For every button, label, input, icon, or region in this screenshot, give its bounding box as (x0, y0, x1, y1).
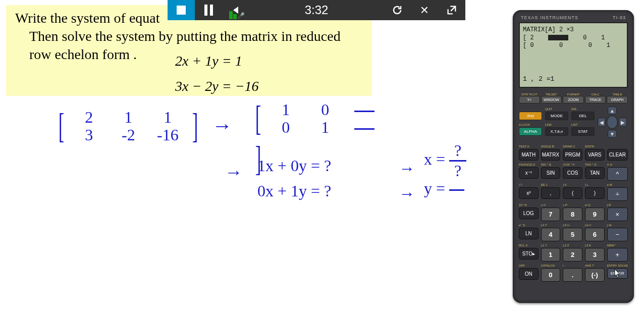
calc-btn-ln[interactable]: LN (519, 228, 539, 239)
calc-btn-clear[interactable]: CLEAR (607, 149, 628, 161)
ti83-calculator: TEXAS INSTRUMENTSTI-83 MATRIX[A] 2 ×3 [ … (513, 10, 634, 303)
mic-icon: 🎤 (237, 12, 245, 19)
player-time: 3:32 (249, 3, 384, 17)
calc-btn-sin[interactable]: SIN (541, 167, 561, 179)
calc-btn-graph[interactable]: GRAPH (607, 96, 628, 104)
calc-btn-1[interactable]: 1 (541, 248, 561, 262)
close-button[interactable]: × (411, 0, 438, 20)
stop-button[interactable] (168, 0, 195, 20)
handwritten-x-equals: x = ?? (424, 141, 466, 180)
calc-btn-[interactable]: (-) (585, 268, 605, 282)
arrow-icon: → (399, 159, 415, 178)
dpad-left[interactable]: ◀ (598, 118, 606, 127)
arrow-icon: → (212, 114, 232, 137)
calc-btn-del[interactable]: DEL (571, 112, 595, 120)
calc-btn-3[interactable]: 3 (585, 248, 605, 262)
calc-dpad: ▲ ▼ ◀ ▶ (597, 107, 627, 138)
calc-screen-title: MATRIX[A] 2 ×3 (523, 26, 624, 34)
calc-btn-cos[interactable]: COS (563, 167, 582, 179)
handwritten-eq-row1: 1x + 0y = ? (257, 157, 331, 175)
calc-btn-x[interactable]: x² (519, 187, 539, 199)
calc-btn-8[interactable]: 8 (563, 208, 582, 221)
calc-btn-log[interactable]: LOG (519, 208, 539, 219)
calc-btn-zoom[interactable]: ZOOM (563, 96, 584, 104)
popout-button[interactable] (438, 0, 465, 20)
calc-btn-tan[interactable]: TAN (585, 167, 605, 179)
dpad-right[interactable]: ▶ (619, 118, 627, 127)
volume-button[interactable]: 🎤 (222, 0, 249, 20)
calc-btn-xtn[interactable]: X,T,θ,n (545, 127, 568, 136)
video-player-bar: 🎤 3:32 × (168, 0, 465, 20)
calc-btn-9[interactable]: 9 (585, 208, 605, 221)
calc-btn-6[interactable]: 6 (585, 228, 605, 241)
calc-btn-[interactable]: ) (585, 187, 605, 199)
calc-btn-y=[interactable]: Y= (519, 96, 540, 104)
dpad-up[interactable]: ▲ (608, 107, 617, 115)
calc-screen-row2: [ 0 0 0 1 (523, 42, 624, 50)
dpad-center (607, 116, 618, 129)
calc-btn-math[interactable]: MATH (519, 149, 539, 161)
handwritten-matrix-1: [ 23 1-2 1-16 ] (56, 106, 207, 146)
calc-btn-prgm[interactable]: PRGM (563, 149, 582, 161)
calc-screen: MATRIX[A] 2 ×3 [ 2 0 1 [ 0 0 0 1 1 , 2 =… (519, 22, 628, 88)
calc-btn-0[interactable]: 0 (541, 268, 561, 282)
calc-btn-[interactable]: ( (563, 187, 582, 199)
arrow-icon: → (399, 184, 415, 203)
calc-screen-status: 1 , 2 =1 (523, 75, 554, 84)
calc-btn-sto[interactable]: STO▸ (519, 248, 539, 260)
calc-btn-window[interactable]: WINDOW (541, 96, 562, 104)
calc-btn-mode[interactable]: MODE (545, 112, 568, 120)
calc-btn-4[interactable]: 4 (541, 228, 561, 241)
handwritten-y-equals: y = (424, 179, 464, 198)
problem-line2: Then solve the system by putting the mat… (15, 28, 363, 44)
calc-btn-matrx[interactable]: MATRX (541, 149, 561, 161)
stop-icon (177, 6, 186, 15)
calc-btn-alpha[interactable]: ALPHA (519, 127, 542, 136)
calc-btn-x[interactable]: x⁻¹ (519, 167, 539, 179)
calc-btn-7[interactable]: 7 (541, 208, 561, 221)
calc-btn-[interactable]: . (563, 268, 582, 282)
calc-btn-[interactable]: − (607, 228, 628, 241)
arrow-icon: → (225, 162, 243, 183)
calc-brand: TEXAS INSTRUMENTSTI-83 (519, 15, 628, 22)
calc-btn-stat[interactable]: STAT (571, 127, 595, 136)
equation-2: 3x − 2y = −16 (175, 78, 259, 94)
calc-btn-[interactable]: + (607, 248, 628, 262)
calc-top-row: STAT PLOTY=TBLSETWINDOWFORMATZOOMCALCTRA… (519, 93, 628, 104)
calc-btn-[interactable]: , (541, 187, 561, 199)
calc-btn-vars[interactable]: VARS (585, 149, 605, 161)
equation-1: 2x + 1y = 1 (175, 53, 242, 69)
handwritten-eq-row2: 0x + 1y = ? (257, 182, 331, 200)
pause-button[interactable] (195, 0, 222, 20)
reload-icon (391, 4, 403, 16)
calc-btn-2[interactable]: 2 (563, 248, 582, 262)
calc-btn-[interactable]: ÷ (607, 187, 628, 201)
calc-btn-[interactable]: × (607, 208, 628, 221)
restart-button[interactable] (384, 0, 411, 20)
calc-btn-trace[interactable]: TRACE (585, 96, 606, 104)
pause-icon (204, 5, 213, 16)
calc-screen-row1: [ 2 0 1 (523, 34, 624, 42)
popout-icon (446, 5, 457, 16)
calc-btn-5[interactable]: 5 (563, 228, 582, 241)
dpad-down[interactable]: ▼ (608, 130, 617, 138)
calc-btn-2nd[interactable]: 2nd (519, 112, 542, 120)
mouse-cursor-icon (614, 269, 621, 279)
calc-btn-on[interactable]: ON (519, 268, 539, 280)
calc-side-buttons: 2ndQUITMODEINSDELA-LOCKALPHALINKX,T,θ,nL… (519, 108, 595, 136)
calc-btn-[interactable]: ^ (607, 167, 628, 181)
calc-main-grid: TEST AMATHANGLE BMATRXDRAW CPRGMDISTRVAR… (519, 145, 628, 282)
close-icon: × (420, 2, 428, 18)
